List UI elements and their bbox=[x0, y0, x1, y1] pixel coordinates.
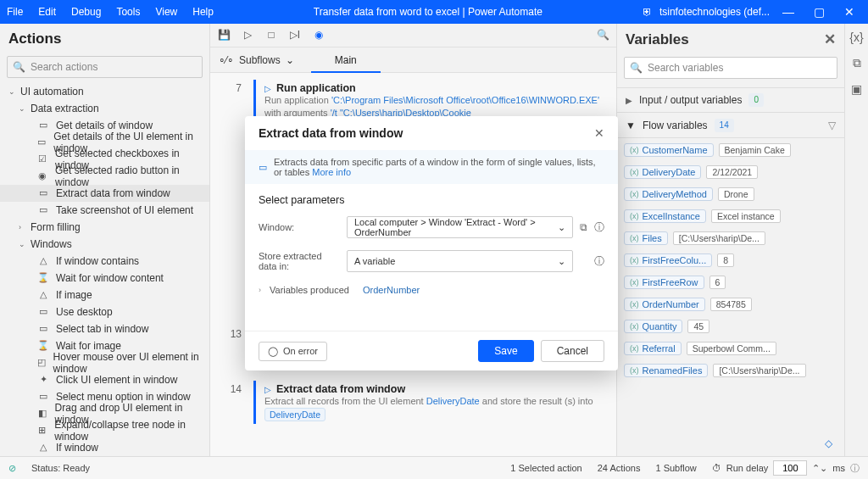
tenant-icon: ⛨ bbox=[643, 6, 653, 18]
dialog-title: Extract data from window bbox=[259, 126, 403, 140]
menu-file[interactable]: File bbox=[7, 6, 23, 18]
tenant-name[interactable]: tsinfotechnologies (def... bbox=[659, 6, 770, 18]
more-info-link[interactable]: More info bbox=[312, 167, 351, 177]
menu-debug[interactable]: Debug bbox=[71, 6, 101, 18]
status-selected: 1 Selected action bbox=[510, 463, 581, 473]
menu-view[interactable]: View bbox=[155, 6, 177, 18]
variables-produced-row[interactable]: › Variables produced OrderNumber bbox=[259, 284, 604, 296]
chevron-down-icon: ⌄ bbox=[558, 222, 565, 233]
cancel-button[interactable]: Cancel bbox=[541, 340, 604, 362]
title-right: ⛨ tsinfotechnologies (def... — ▢ ✕ bbox=[643, 5, 861, 19]
window-title: Transfer data from word to excel | Power… bbox=[214, 6, 643, 18]
store-select[interactable]: A variable ⌄ bbox=[347, 250, 573, 272]
window-select-value: Local computer > Window 'Extract - Word'… bbox=[354, 217, 558, 237]
ms-label: ms bbox=[832, 463, 845, 473]
variables-produced-value[interactable]: OrderNumber bbox=[358, 284, 425, 296]
variables-produced-label: Variables produced bbox=[270, 285, 349, 295]
info-icon[interactable]: ⓘ bbox=[850, 462, 860, 475]
status-bar: ⊘ Status: Ready 1 Selected action 24 Act… bbox=[0, 456, 868, 479]
dialog-close-icon[interactable]: ✕ bbox=[594, 126, 604, 140]
dialog-footer: ◯ On error Save Cancel bbox=[245, 331, 618, 370]
maximize-button[interactable]: ▢ bbox=[807, 5, 831, 19]
clock-icon: ⏱ bbox=[712, 463, 721, 473]
chevron-right-icon: › bbox=[259, 286, 261, 294]
titlebar: File Edit Debug Tools View Help Transfer… bbox=[0, 0, 868, 24]
menu-bar: File Edit Debug Tools View Help bbox=[7, 6, 214, 18]
menu-tools[interactable]: Tools bbox=[116, 6, 140, 18]
window-row: Window: Local computer > Window 'Extract… bbox=[259, 216, 604, 238]
status-subflow: 1 Subflow bbox=[655, 463, 696, 473]
status-actions: 24 Actions bbox=[598, 463, 641, 473]
dialog-body: Select parameters Window: Local computer… bbox=[245, 184, 618, 331]
status-ready: Status: Ready bbox=[31, 463, 90, 473]
ui-element-picker-icon[interactable]: ⧉ bbox=[580, 221, 587, 233]
close-button[interactable]: ✕ bbox=[837, 5, 861, 19]
dialog-header: Extract data from window ✕ bbox=[245, 116, 618, 150]
info-icon[interactable]: ⓘ bbox=[594, 254, 604, 269]
dialog-info: ▭ Extracts data from specific parts of a… bbox=[245, 150, 618, 184]
chevron-down-icon: ⌄ bbox=[558, 256, 565, 267]
store-row: Store extracted data in: A variable ⌄ ⧉ … bbox=[259, 250, 604, 272]
stepper-icon[interactable]: ⌃⌄ bbox=[812, 463, 827, 474]
run-delay-label: Run delay bbox=[726, 463, 769, 473]
run-delay-input[interactable] bbox=[773, 460, 807, 476]
menu-help[interactable]: Help bbox=[192, 6, 214, 18]
window-label: Window: bbox=[259, 222, 340, 232]
minimize-button[interactable]: — bbox=[776, 5, 800, 19]
menu-edit[interactable]: Edit bbox=[38, 6, 56, 18]
store-label: Store extracted data in: bbox=[259, 251, 340, 271]
run-delay: ⏱ Run delay ⌃⌄ ms ⓘ bbox=[712, 460, 860, 476]
shield-icon: ◯ bbox=[268, 346, 278, 357]
save-button[interactable]: Save bbox=[478, 340, 533, 362]
extract-data-dialog: Extract data from window ✕ ▭ Extracts da… bbox=[245, 116, 618, 370]
window-select[interactable]: Local computer > Window 'Extract - Word'… bbox=[347, 216, 573, 238]
status-ok-icon: ⊘ bbox=[8, 463, 16, 474]
store-select-value: A variable bbox=[354, 256, 395, 266]
select-parameters-heading: Select parameters bbox=[259, 194, 604, 206]
on-error-button[interactable]: ◯ On error bbox=[259, 342, 327, 361]
info-icon[interactable]: ⓘ bbox=[594, 220, 604, 235]
on-error-label: On error bbox=[283, 346, 318, 356]
window-icon: ▭ bbox=[259, 162, 267, 173]
